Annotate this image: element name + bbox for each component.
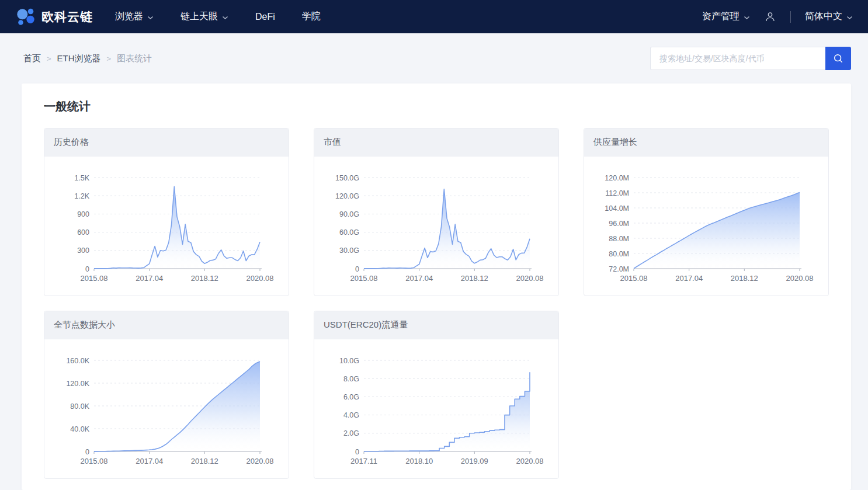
- svg-text:150.0G: 150.0G: [335, 174, 359, 182]
- svg-text:4.0G: 4.0G: [343, 411, 359, 419]
- svg-text:6.0G: 6.0G: [343, 393, 359, 401]
- chart-title: USDT(ERC20)流通量: [324, 319, 408, 331]
- chart-canvas: 72.0M80.0M88.0M96.0M104.0M112.0M120.0M20…: [584, 157, 829, 296]
- chart-card-body: 030.0G60.0G90.0G120.0G150.0G2015.082017.…: [314, 157, 558, 296]
- section-title: 一般统计: [44, 99, 829, 114]
- breadcrumb-home[interactable]: 首页: [23, 53, 41, 64]
- chart-grid: 历史价格 03006009001.2K1.5K2015.082017.04201…: [44, 128, 829, 479]
- chart-card-price-history: 历史价格 03006009001.2K1.5K2015.082017.04201…: [44, 128, 289, 296]
- svg-text:2018.12: 2018.12: [191, 457, 218, 465]
- svg-text:2017.04: 2017.04: [136, 457, 163, 465]
- svg-text:60.0G: 60.0G: [339, 228, 359, 237]
- nav-item-chain-eye[interactable]: 链上天眼: [180, 11, 228, 23]
- chart-title: 市值: [324, 137, 341, 148]
- chart-card-market-cap: 市值 030.0G60.0G90.0G120.0G150.0G2015.0820…: [314, 128, 559, 296]
- svg-text:2018.12: 2018.12: [731, 274, 758, 283]
- svg-text:112.0M: 112.0M: [605, 189, 629, 197]
- svg-text:2017.04: 2017.04: [136, 274, 163, 283]
- svg-text:2015.08: 2015.08: [620, 274, 648, 283]
- svg-text:300: 300: [77, 246, 89, 255]
- svg-text:96.0M: 96.0M: [609, 220, 629, 228]
- svg-text:2019.09: 2019.09: [461, 457, 488, 465]
- svg-text:120.0K: 120.0K: [66, 380, 89, 388]
- chevron-down-icon: [846, 12, 853, 22]
- nav-item-browser[interactable]: 浏览器: [115, 11, 154, 23]
- search-box: [650, 47, 851, 70]
- svg-text:2020.08: 2020.08: [246, 274, 274, 283]
- breadcrumb-eth-explorer[interactable]: ETH浏览器: [57, 53, 101, 64]
- chart-card-body: 72.0M80.0M88.0M96.0M104.0M112.0M120.0M20…: [584, 157, 828, 296]
- svg-text:2015.08: 2015.08: [350, 274, 378, 283]
- chart-canvas: 02.0G4.0G6.0G8.0G10.0G2017.112018.102019…: [314, 339, 560, 478]
- svg-text:30.0G: 30.0G: [339, 246, 359, 255]
- svg-text:10.0G: 10.0G: [339, 357, 359, 365]
- chart-title: 历史价格: [54, 137, 89, 148]
- chart-card-body: 03006009001.2K1.5K2015.082017.042018.122…: [44, 157, 289, 296]
- chevron-down-icon: [147, 12, 154, 22]
- breadcrumb-strip: 首页 > ETH浏览器 > 图表统计: [0, 33, 868, 84]
- chart-canvas: 03006009001.2K1.5K2015.082017.042018.122…: [44, 157, 290, 296]
- chart-card-header: 供应量增长: [584, 128, 828, 157]
- nav-item-defi[interactable]: DeFi: [255, 12, 275, 22]
- user-icon[interactable]: [764, 11, 776, 23]
- chevron-down-icon: [744, 12, 750, 22]
- svg-text:0: 0: [85, 448, 89, 456]
- chart-canvas: 040.0K80.0K120.0K160.0K2015.082017.04201…: [44, 339, 290, 478]
- chart-card-header: 全节点数据大小: [44, 311, 289, 339]
- nav-item-academy[interactable]: 学院: [302, 11, 321, 23]
- chart-card-usdt-erc20-supply: USDT(ERC20)流通量 02.0G4.0G6.0G8.0G10.0G201…: [314, 311, 559, 479]
- top-navbar: 欧科云链 浏览器 链上天眼 DeFi 学院 资产管理: [0, 0, 868, 33]
- nav-item-asset-management[interactable]: 资产管理: [702, 11, 750, 23]
- svg-text:80.0K: 80.0K: [70, 402, 89, 411]
- svg-text:2017.04: 2017.04: [675, 274, 703, 283]
- chevron-down-icon: [222, 12, 228, 22]
- svg-text:160.0K: 160.0K: [66, 357, 89, 365]
- chart-card-header: 市值: [314, 128, 558, 157]
- svg-text:80.0M: 80.0M: [609, 250, 629, 258]
- breadcrumb-separator: >: [107, 54, 112, 63]
- chart-card-header: 历史价格: [44, 128, 289, 157]
- svg-text:2017.11: 2017.11: [350, 457, 377, 465]
- svg-text:2020.08: 2020.08: [516, 274, 544, 283]
- chart-canvas: 030.0G60.0G90.0G120.0G150.0G2015.082017.…: [314, 157, 560, 296]
- search-button[interactable]: [825, 47, 851, 70]
- logo-text: 欧科云链: [41, 9, 93, 25]
- svg-text:90.0G: 90.0G: [339, 210, 359, 218]
- main-nav: 浏览器 链上天眼 DeFi 学院: [115, 11, 321, 23]
- breadcrumb-separator: >: [47, 54, 51, 63]
- svg-text:2018.12: 2018.12: [461, 274, 488, 283]
- search-icon: [832, 53, 844, 64]
- svg-text:1.5K: 1.5K: [74, 174, 89, 182]
- svg-text:104.0M: 104.0M: [605, 204, 629, 213]
- svg-text:2015.08: 2015.08: [81, 274, 108, 283]
- svg-text:2018.12: 2018.12: [191, 274, 218, 283]
- search-input[interactable]: [650, 47, 825, 70]
- chart-card-full-node-size: 全节点数据大小 040.0K80.0K120.0K160.0K2015.0820…: [44, 311, 289, 479]
- svg-text:600: 600: [77, 228, 89, 237]
- svg-text:1.2K: 1.2K: [74, 192, 89, 200]
- svg-text:2020.08: 2020.08: [516, 457, 544, 465]
- chart-title: 供应量增长: [593, 137, 637, 148]
- chart-card-header: USDT(ERC20)流通量: [314, 311, 558, 339]
- svg-text:2.0G: 2.0G: [343, 429, 359, 437]
- nav-divider: [790, 11, 791, 23]
- svg-text:0: 0: [355, 448, 359, 456]
- nav-right: 资产管理 简体中文: [702, 11, 853, 23]
- breadcrumb: 首页 > ETH浏览器 > 图表统计: [23, 53, 152, 64]
- logo-icon: [15, 6, 36, 27]
- svg-text:0: 0: [355, 265, 359, 273]
- svg-text:120.0M: 120.0M: [605, 174, 629, 182]
- svg-text:72.0M: 72.0M: [609, 265, 629, 273]
- svg-text:2018.10: 2018.10: [405, 457, 433, 465]
- svg-text:2017.04: 2017.04: [405, 274, 433, 283]
- nav-item-language[interactable]: 简体中文: [805, 11, 853, 23]
- chart-card-supply-growth: 供应量增长 72.0M80.0M88.0M96.0M104.0M112.0M12…: [584, 128, 829, 296]
- svg-text:88.0M: 88.0M: [609, 235, 629, 243]
- svg-text:2020.08: 2020.08: [246, 457, 274, 465]
- logo[interactable]: 欧科云链: [15, 6, 93, 27]
- svg-text:900: 900: [77, 210, 89, 218]
- chart-card-body: 040.0K80.0K120.0K160.0K2015.082017.04201…: [44, 339, 289, 478]
- chart-title: 全节点数据大小: [54, 319, 115, 331]
- chart-card-body: 02.0G4.0G6.0G8.0G10.0G2017.112018.102019…: [314, 339, 558, 478]
- svg-text:40.0K: 40.0K: [70, 425, 89, 433]
